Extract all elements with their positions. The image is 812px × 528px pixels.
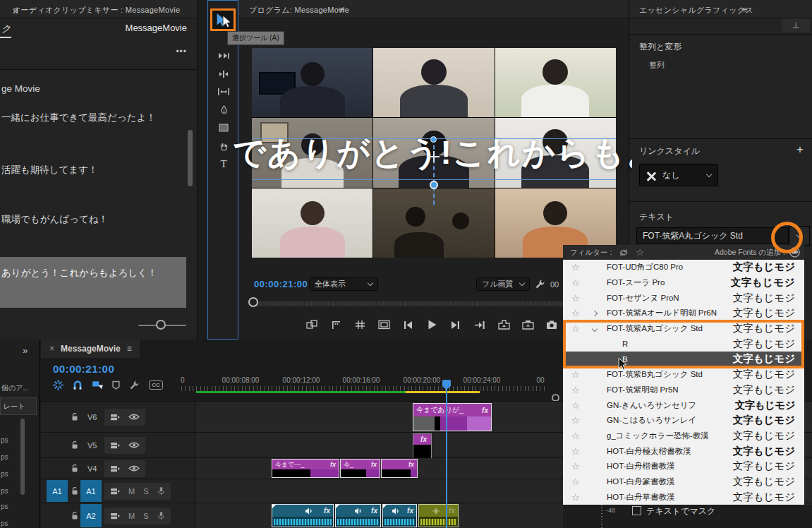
- fx-badge[interactable]: fx: [371, 507, 377, 515]
- settings-wrench-icon[interactable]: [535, 279, 545, 289]
- track-select-tool[interactable]: [217, 50, 230, 61]
- solo-button[interactable]: S: [143, 487, 148, 496]
- anchor-point-handle[interactable]: [430, 181, 438, 189]
- star-icon[interactable]: ☆: [571, 492, 580, 503]
- star-icon[interactable]: ☆: [571, 385, 580, 395]
- collapse-panel-icon[interactable]: »: [23, 345, 28, 356]
- captions-icon[interactable]: CC: [149, 380, 163, 390]
- track-output-icon[interactable]: [110, 441, 120, 450]
- expander-right-icon[interactable]: [592, 311, 598, 316]
- transform-handle[interactable]: [430, 136, 437, 143]
- message-item[interactable]: 活躍も期待してます！: [1, 164, 98, 176]
- panel-menu-icon[interactable]: ≡: [339, 4, 345, 15]
- goto-next-edit-button[interactable]: [471, 317, 488, 332]
- linked-selection-icon[interactable]: [92, 380, 103, 390]
- fx-badge[interactable]: fx: [371, 461, 377, 468]
- hand-tool[interactable]: [217, 140, 230, 152]
- font-list-item[interactable]: ☆HOT-白舟草書教漢文字もじモジ: [563, 489, 804, 505]
- panel-menu-icon[interactable]: ≡: [742, 4, 748, 15]
- comparison-view-button[interactable]: [303, 317, 320, 332]
- star-icon[interactable]: ☆: [571, 277, 580, 288]
- font-list-item[interactable]: ☆HOT-白舟楷書教漢文字もじモジ: [563, 459, 804, 474]
- font-list-item[interactable]: ☆GN-こはるいろサンレイ文字もじモジ: [563, 413, 804, 428]
- track-label-badge[interactable]: A1: [80, 480, 102, 502]
- star-icon[interactable]: ☆: [571, 431, 580, 441]
- step-forward-button[interactable]: [447, 317, 464, 332]
- add-marker-icon[interactable]: [112, 380, 120, 390]
- track-label[interactable]: V5: [87, 441, 97, 450]
- track-label[interactable]: V6: [87, 413, 97, 421]
- lift-button[interactable]: [495, 317, 512, 332]
- font-list-item[interactable]: ☆FOT-筑紫B丸ゴシック Std文字もじモジ: [563, 367, 804, 383]
- sequence-tab[interactable]: × MessageMovie ≡: [41, 340, 141, 358]
- track-output-icon[interactable]: [110, 487, 120, 496]
- clip-a2-1[interactable]: fx: [272, 504, 334, 527]
- font-list-item[interactable]: ☆GN-きんいろサンセリフ文字もじモジ: [563, 397, 804, 413]
- fx-badge[interactable]: fx: [324, 507, 330, 515]
- add-style-button[interactable]: +: [796, 143, 804, 157]
- step-back-button[interactable]: [399, 317, 416, 332]
- star-icon[interactable]: ☆: [571, 415, 580, 426]
- zoom-level-select[interactable]: 全体表示: [309, 277, 378, 291]
- ripple-edit-tool[interactable]: [217, 68, 230, 80]
- message-item[interactable]: 職場でもがんばってね！: [1, 213, 108, 226]
- font-list-item[interactable]: ☆FOT-セザンヌ ProN文字もじモジ: [563, 290, 804, 306]
- eye-icon[interactable]: [128, 441, 140, 449]
- play-button[interactable]: [423, 317, 440, 332]
- fx-badge[interactable]: fx: [482, 407, 488, 414]
- font-family-select[interactable]: FOT-筑紫A丸ゴシック Std: [636, 227, 789, 244]
- track-output-icon[interactable]: [110, 464, 120, 473]
- voiceover-mic-icon[interactable]: [157, 511, 165, 520]
- star-icon[interactable]: ☆: [571, 262, 580, 272]
- collapse-panel-icon[interactable]: »: [13, 5, 190, 16]
- mask-with-text-checkbox[interactable]: [632, 506, 641, 515]
- clip-v4-1[interactable]: 今まで—_fx: [272, 459, 339, 478]
- star-icon[interactable]: ☆: [571, 400, 580, 411]
- star-icon[interactable]: ☆: [571, 308, 580, 318]
- clip-a2-3[interactable]: fx: [382, 504, 417, 527]
- clip-a2-4[interactable]: fx: [418, 504, 459, 527]
- fx-badge[interactable]: fx: [408, 461, 414, 468]
- clip-a2-2[interactable]: fx: [335, 504, 381, 527]
- font-list-item[interactable]: ☆FOT-UD角ゴC80 Pro文字もじモジ: [563, 260, 804, 275]
- font-list-item[interactable]: ☆FOT-スーラ Pro文字もじモジ: [563, 275, 804, 291]
- track-output-icon[interactable]: [110, 512, 120, 520]
- mute-button[interactable]: M: [128, 512, 135, 520]
- sync-fonts-icon[interactable]: [619, 248, 629, 257]
- font-list-item[interactable]: ☆FOT-筑紫Aオールド明朝 Pr6N文字もじモジ: [563, 306, 804, 321]
- fx-badge[interactable]: fx: [449, 507, 455, 515]
- fx-badge[interactable]: fx: [407, 507, 413, 515]
- font-list-item[interactable]: ☆HOT-白舟極太楷書教漢文字もじモジ: [563, 443, 804, 459]
- clip-v4-3[interactable]: fx: [381, 459, 418, 478]
- eye-icon[interactable]: [128, 464, 140, 472]
- type-tool[interactable]: T: [217, 158, 230, 169]
- extract-button[interactable]: [519, 317, 536, 332]
- snap-grid-button[interactable]: [351, 317, 368, 332]
- clip-v4-2[interactable]: 今_fx: [340, 459, 380, 478]
- voiceover-mic-icon[interactable]: [157, 486, 165, 496]
- clip-v5[interactable]: fx: [413, 433, 432, 458]
- fx-badge[interactable]: fx: [420, 436, 427, 443]
- font-list-item[interactable]: ☆FOT-筑紫明朝 Pr5N文字もじモジ: [563, 383, 804, 398]
- source-patch-badge[interactable]: A1: [47, 480, 68, 502]
- more-options-icon[interactable]: •••: [176, 47, 187, 56]
- program-scrubber[interactable]: [252, 301, 616, 306]
- export-frame-button[interactable]: [543, 317, 560, 332]
- timeline-timecode[interactable]: 00:00:21:00: [53, 363, 114, 375]
- track-label-badge[interactable]: A2: [80, 504, 102, 527]
- timeline-settings-wrench-icon[interactable]: [129, 380, 140, 390]
- scrubber-playhead[interactable]: [248, 297, 258, 307]
- scrollbar-thumb[interactable]: [188, 130, 193, 186]
- star-icon[interactable]: ☆: [571, 476, 580, 487]
- message-item-selected[interactable]: ありがとう！これからもよろしく！: [0, 257, 186, 308]
- panel-menu-icon[interactable]: ≡: [127, 344, 132, 354]
- mute-button[interactable]: M: [128, 487, 135, 496]
- slip-tool[interactable]: [217, 86, 230, 97]
- safe-margins-button[interactable]: [375, 317, 392, 332]
- font-list-item[interactable]: ☆HOT-白舟篆書教漢文字もじモジ: [563, 474, 804, 490]
- star-filter-icon[interactable]: ☆: [636, 247, 644, 258]
- message-item[interactable]: ge Movie: [1, 83, 40, 94]
- zoom-slider-knob[interactable]: [156, 320, 166, 330]
- insert-overwrite-icon[interactable]: [53, 380, 63, 390]
- close-tab-icon[interactable]: ×: [49, 344, 54, 354]
